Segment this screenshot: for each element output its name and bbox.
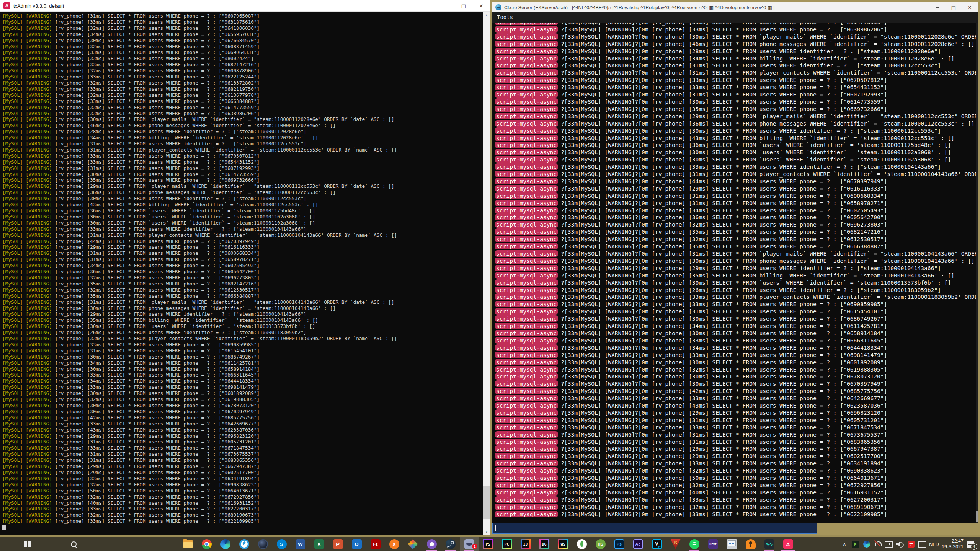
taskbar-app-blue-ring-app[interactable] bbox=[235, 537, 253, 551]
console-line: [MySQL] [WARNING] [rv_phone] [32ms] SELE… bbox=[2, 275, 483, 281]
taskbar-app-datagrip[interactable]: DG bbox=[535, 537, 554, 551]
headset-muted-icon[interactable] bbox=[874, 540, 882, 548]
taskbar-app-edge[interactable] bbox=[216, 537, 235, 551]
taskbar-app-skype[interactable]: S bbox=[272, 537, 291, 551]
close-button[interactable]: ✕ bbox=[962, 2, 978, 12]
taskbar-app-voicemeeter[interactable]: ∿∿ bbox=[760, 537, 779, 551]
right-titlebar[interactable]: Cfx.re Server (FXServer/gta5) - [^4NL^0/… bbox=[492, 2, 978, 12]
search-button[interactable] bbox=[65, 537, 82, 551]
taskbar-app-xampp[interactable]: X bbox=[385, 537, 403, 551]
tools-menu[interactable]: Tools bbox=[492, 12, 513, 23]
taskbar-app-txadmin[interactable]: A bbox=[779, 537, 797, 551]
resource-badge: script:mysql-async bbox=[495, 496, 558, 503]
scroll-down-icon[interactable]: ∨ bbox=[483, 528, 490, 535]
taskbar-app-powerpoint[interactable]: P bbox=[328, 537, 347, 551]
console-line: script:mysql-async?[33m[MySQL] [WARNING]… bbox=[495, 308, 976, 315]
taskbar-app-outlook[interactable]: O bbox=[347, 537, 366, 551]
console-line: [MySQL] [WARNING] [rv_phone] [36ms] SELE… bbox=[2, 208, 483, 214]
console-line: script:mysql-async?[33m[MySQL] [WARNING]… bbox=[495, 127, 976, 135]
console-line: script:mysql-async?[33m[MySQL] [WARNING]… bbox=[495, 504, 976, 511]
taskbar-app-intellij-idea[interactable]: IJ bbox=[516, 537, 535, 551]
taskbar-app-file-explorer[interactable] bbox=[178, 537, 197, 551]
console-line: script:mysql-async?[33m[MySQL] [WARNING]… bbox=[495, 200, 976, 207]
close-button[interactable]: ✕ bbox=[472, 0, 490, 11]
console-line: [MySQL] [WARNING] [rv_phone] [30ms] SELE… bbox=[2, 196, 483, 202]
scroll-up-icon[interactable]: ∧ bbox=[483, 12, 490, 18]
console-line: script:mysql-async?[33m[MySQL] [WARNING]… bbox=[495, 258, 976, 265]
taskbar-app-color-shards-app[interactable] bbox=[403, 537, 422, 551]
console-line: [MySQL] [WARNING] [rv_phone] [31ms] SELE… bbox=[2, 250, 483, 256]
console-line: [MySQL] [WARNING] [rv_phone] [33ms] SELE… bbox=[2, 336, 483, 342]
edge-tray-icon[interactable] bbox=[862, 540, 871, 548]
resource-badge: script:mysql-async bbox=[495, 91, 558, 98]
resource-badge: script:mysql-async bbox=[495, 98, 558, 105]
green-arrow-tray-icon[interactable] bbox=[851, 540, 860, 548]
console-line: script:mysql-async?[33m[MySQL] [WARNING]… bbox=[495, 48, 976, 55]
console-line: [MySQL] [WARNING] [rv_phone] [28ms] SELE… bbox=[2, 129, 483, 135]
minimize-button[interactable]: ─ bbox=[437, 0, 455, 11]
hidden-icons-chevron[interactable]: ∧ bbox=[840, 540, 849, 548]
resource-badge: script:mysql-async bbox=[495, 482, 558, 488]
resource-badge: script:mysql-async bbox=[495, 185, 558, 192]
notification-count-badge: 4 bbox=[971, 543, 977, 550]
taskbar-app-steam[interactable] bbox=[441, 537, 460, 551]
console-line: script:mysql-async?[33m[MySQL] [WARNING]… bbox=[495, 26, 976, 33]
start-button[interactable] bbox=[19, 537, 36, 551]
minimize-button[interactable]: ─ bbox=[929, 2, 946, 12]
search-icon bbox=[71, 541, 77, 547]
volume-icon[interactable] bbox=[896, 540, 904, 548]
console-line: script:mysql-async?[33m[MySQL] [WARNING]… bbox=[495, 359, 976, 366]
console-command-input[interactable] bbox=[492, 523, 817, 534]
taskbar-app-word[interactable]: W bbox=[291, 537, 310, 551]
stray-cursor: _ bbox=[820, 527, 824, 533]
taskbar-app-github-desktop[interactable] bbox=[422, 537, 441, 551]
display-lock-icon[interactable] bbox=[885, 540, 893, 548]
taskbar-app-spotify[interactable] bbox=[685, 537, 704, 551]
left-scrollbar[interactable]: ∧ ∨ bbox=[483, 12, 490, 535]
scrollbar-thumb[interactable] bbox=[976, 511, 978, 522]
console-line: [MySQL] [WARNING] [rv_phone] [30ms] SELE… bbox=[2, 366, 483, 372]
clock[interactable]: 22:47 19-3-2021 bbox=[942, 538, 964, 550]
taskbar-app-antispyware-shield[interactable]: S bbox=[666, 537, 685, 551]
console-line: [MySQL] [WARNING] [rv_phone] [44ms] SELE… bbox=[2, 238, 483, 245]
action-center-icon[interactable]: 4 bbox=[966, 540, 975, 548]
console-line: [MySQL] [WARNING] [rv_phone] [34ms] SELE… bbox=[2, 360, 483, 366]
console-line: [MySQL] [WARNING] [rv_phone] [33ms] SELE… bbox=[2, 19, 483, 25]
taskbar-app-phpstorm[interactable]: PS bbox=[479, 537, 497, 551]
taskbar-app-webstorm[interactable]: WS bbox=[554, 537, 572, 551]
scrollbar-thumb[interactable] bbox=[483, 486, 490, 519]
maximize-button[interactable]: □ bbox=[946, 2, 962, 12]
taskbar-app-discord[interactable]: 1 bbox=[460, 537, 479, 551]
taskbar-app-chrome[interactable] bbox=[197, 537, 216, 551]
taskbar-apps: SWXPOFzX1PSPCIJDGWSHSPsAeV17SNZXT∿∿A bbox=[178, 537, 797, 551]
resource-badge: script:mysql-async bbox=[495, 228, 558, 235]
taskbar-app-openvpn[interactable] bbox=[741, 537, 760, 551]
maximize-button[interactable]: □ bbox=[455, 0, 472, 11]
taskbar-app-vegas-pro[interactable]: V17 bbox=[647, 537, 666, 551]
left-titlebar[interactable]: A txAdmin v3.3.0: default ─ □ ✕ bbox=[0, 0, 490, 12]
console-line: [MySQL] [WARNING] [rv_phone] [30ms] SELE… bbox=[2, 403, 483, 409]
txadmin-app-icon: A bbox=[3, 2, 10, 9]
taskbar-app-hs-green-app[interactable]: HS bbox=[591, 537, 610, 551]
taskbar-app-system-monitor[interactable] bbox=[722, 537, 741, 551]
fxserver-console-window: Cfx.re Server (FXServer/gta5) - [^4NL^0/… bbox=[490, 0, 980, 537]
taskbar-app-after-effects[interactable]: Ae bbox=[629, 537, 647, 551]
resource-badge: script:mysql-async bbox=[495, 323, 558, 329]
console-line: [MySQL] [WARNING] [rv_phone] [33ms] SELE… bbox=[2, 421, 483, 427]
avira-antivirus-icon[interactable]: ☂ bbox=[907, 540, 915, 548]
taskbar-app-filezilla[interactable]: Fz bbox=[366, 537, 385, 551]
taskbar-app-nzxt-cam[interactable]: NZXT bbox=[704, 537, 722, 551]
language-indicator[interactable]: NLD bbox=[929, 541, 939, 547]
console-line: [MySQL] [WARNING] [rv_phone] [36ms] SELE… bbox=[2, 269, 483, 275]
right-scrollbar[interactable] bbox=[976, 23, 978, 523]
taskbar-app-excel[interactable]: X bbox=[310, 537, 328, 551]
resource-badge: script:mysql-async bbox=[495, 308, 558, 315]
taskbar-app-mongodb-compass[interactable] bbox=[572, 537, 591, 551]
taskbar-app-photoshop[interactable]: Ps bbox=[610, 537, 629, 551]
network-icon[interactable] bbox=[918, 540, 926, 548]
taskbar-app-pycharm[interactable]: PC bbox=[497, 537, 516, 551]
console-line: [MySQL] [WARNING] [rv_phone] [43ms] SELE… bbox=[2, 427, 483, 433]
taskbar-app-dark-sphere-app[interactable] bbox=[253, 537, 272, 551]
console-line: [MySQL] [WARNING] [rv_phone] [35ms] SELE… bbox=[2, 177, 483, 183]
console-line: [MySQL] [WARNING] [rv_phone] [40ms] SELE… bbox=[2, 500, 483, 506]
